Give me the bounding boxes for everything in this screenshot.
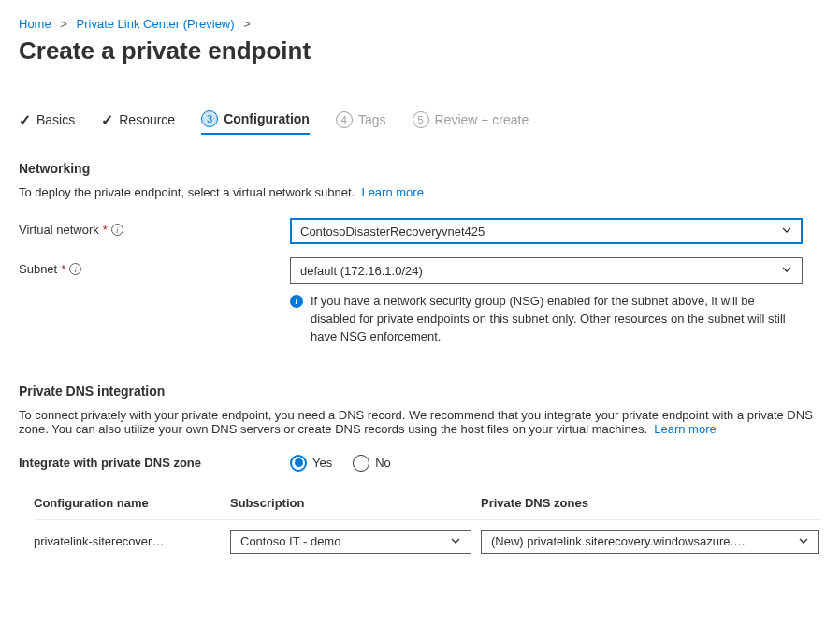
required-indicator: * [103,223,108,237]
virtual-network-row: Virtual network * i ContosoDisasterRecov… [19,218,821,244]
config-name-cell: privatelink-siterecover… [34,534,230,548]
chevron-down-icon [798,535,809,548]
info-icon[interactable]: i [69,263,81,275]
col-dns-zones-header: Private DNS zones [481,496,821,510]
breadcrumb-sep: > [243,17,251,31]
chevron-down-icon [781,225,792,238]
dns-integrate-row: Integrate with private DNS zone Yes No [19,455,821,472]
tab-label: Resource [119,112,175,127]
chevron-down-icon [450,535,461,548]
dns-integrate-no-radio[interactable]: No [353,455,391,472]
tab-label: Tags [358,112,386,127]
nsg-info-callout: i If you have a network security group (… [290,293,803,346]
select-value: (New) privatelink.siterecovery.windowsaz… [491,534,746,548]
select-value: ContosoDisasterRecoveryvnet425 [300,225,485,239]
tab-label: Configuration [224,111,310,126]
dns-config-table: Configuration name Subscription Private … [19,496,821,560]
virtual-network-select[interactable]: ContosoDisasterRecoveryvnet425 [290,218,803,244]
breadcrumb-private-link-center[interactable]: Private Link Center (Preview) [77,17,235,31]
radio-label: Yes [312,456,332,470]
subscription-select[interactable]: Contoso IT - demo [230,530,471,554]
radio-label: No [375,456,391,470]
tab-basics[interactable]: ✓ Basics [19,111,75,135]
col-subscription-header: Subscription [230,496,481,510]
subnet-row: Subnet * i default (172.16.1.0/24) i If … [19,257,821,346]
step-number-badge: 4 [336,111,353,128]
dns-config-row: privatelink-siterecover… Contoso IT - de… [34,519,821,560]
dns-integrate-label: Integrate with private DNS zone [19,456,290,470]
subnet-label: Subnet * i [19,257,290,276]
breadcrumb: Home > Private Link Center (Preview) > [19,17,821,31]
networking-heading: Networking [19,161,821,176]
check-icon: ✓ [19,111,31,129]
tab-configuration[interactable]: 3 Configuration [201,110,310,135]
networking-learn-more-link[interactable]: Learn more [361,185,423,199]
info-icon[interactable]: i [111,224,123,236]
dns-desc: To connect privately with your private e… [19,408,821,436]
tab-tags[interactable]: 4 Tags [336,111,386,134]
tab-review-create[interactable]: 5 Review + create [413,111,529,134]
subnet-select[interactable]: default (172.16.1.0/24) [290,257,803,284]
select-value: Contoso IT - demo [240,534,340,548]
dns-integrate-yes-radio[interactable]: Yes [290,455,332,472]
wizard-tabs: ✓ Basics ✓ Resource 3 Configuration 4 Ta… [19,110,821,135]
dns-zone-select[interactable]: (New) privatelink.siterecovery.windowsaz… [481,530,819,554]
breadcrumb-sep: > [60,17,67,31]
required-indicator: * [61,262,65,276]
tab-label: Basics [36,112,75,127]
step-number-badge: 5 [413,111,429,128]
step-number-badge: 3 [201,110,218,127]
breadcrumb-home[interactable]: Home [19,17,51,31]
tab-resource[interactable]: ✓ Resource [101,111,175,135]
page-title: Create a private endpoint [19,36,821,65]
nsg-info-text: If you have a network security group (NS… [311,293,803,346]
col-config-header: Configuration name [34,496,230,510]
select-value: default (172.16.1.0/24) [300,264,423,278]
tab-label: Review + create [435,112,529,127]
dns-heading: Private DNS integration [19,384,821,399]
dns-learn-more-link[interactable]: Learn more [654,422,716,436]
virtual-network-label: Virtual network * i [19,218,290,237]
networking-desc: To deploy the private endpoint, select a… [19,185,821,199]
info-icon: i [290,295,303,308]
chevron-down-icon [781,264,792,277]
check-icon: ✓ [101,111,113,129]
